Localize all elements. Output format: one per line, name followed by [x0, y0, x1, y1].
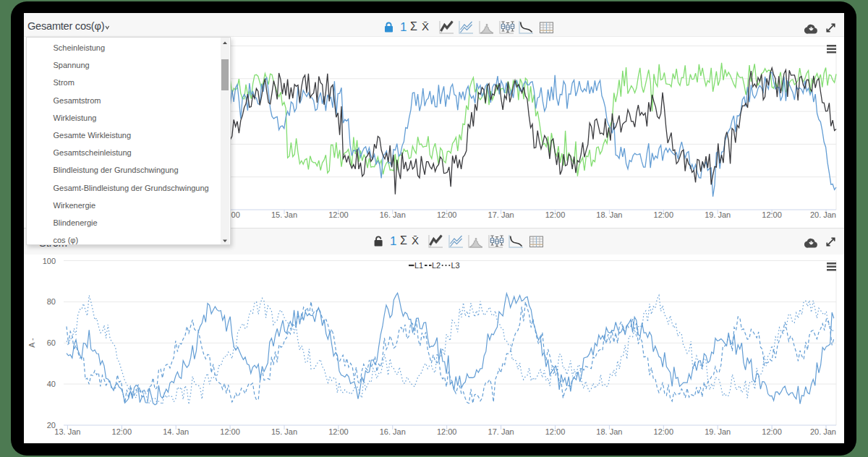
svg-text:17. Jan: 17. Jan: [488, 427, 514, 436]
svg-text:12:00: 12:00: [545, 210, 566, 219]
svg-text:20. Jan: 20. Jan: [810, 427, 836, 436]
svg-text:18. Jan: 18. Jan: [596, 427, 622, 436]
svg-text:12:00: 12:00: [545, 427, 566, 436]
svg-text:12:00: 12:00: [762, 210, 782, 219]
svg-text:60: 60: [47, 338, 56, 347]
svg-text:40: 40: [47, 380, 56, 388]
svg-text:15. Jan: 15. Jan: [271, 427, 297, 436]
svg-text:80: 80: [47, 297, 56, 306]
svg-text:12:00: 12:00: [654, 427, 674, 436]
svg-text:12:00: 12:00: [437, 427, 457, 436]
svg-text:18. Jan: 18. Jan: [596, 210, 622, 219]
svg-text:12:00: 12:00: [328, 210, 349, 219]
svg-text:20. Jan: 20. Jan: [810, 210, 836, 219]
svg-text:100: 100: [43, 257, 56, 265]
svg-text:16. Jan: 16. Jan: [380, 427, 406, 436]
svg-text:19. Jan: 19. Jan: [705, 210, 731, 219]
svg-text:L1: L1: [414, 261, 423, 270]
svg-text:16. Jan: 16. Jan: [380, 210, 406, 219]
svg-text:13. Jan: 13. Jan: [54, 427, 80, 436]
svg-text:L3: L3: [451, 261, 460, 270]
svg-text:17. Jan: 17. Jan: [488, 210, 514, 219]
svg-text:12:00: 12:00: [654, 210, 674, 219]
svg-text:15. Jan: 15. Jan: [271, 210, 297, 219]
svg-text:19. Jan: 19. Jan: [705, 427, 731, 436]
svg-text:14. Jan: 14. Jan: [163, 427, 189, 436]
svg-text:12:00: 12:00: [220, 427, 240, 436]
svg-text:12:00: 12:00: [762, 427, 782, 436]
svg-text:12:00: 12:00: [328, 427, 349, 436]
svg-text:A -: A -: [27, 338, 36, 348]
svg-text:12:00: 12:00: [112, 427, 132, 436]
svg-text:12:00: 12:00: [437, 210, 457, 219]
svg-text:L2: L2: [432, 261, 441, 270]
